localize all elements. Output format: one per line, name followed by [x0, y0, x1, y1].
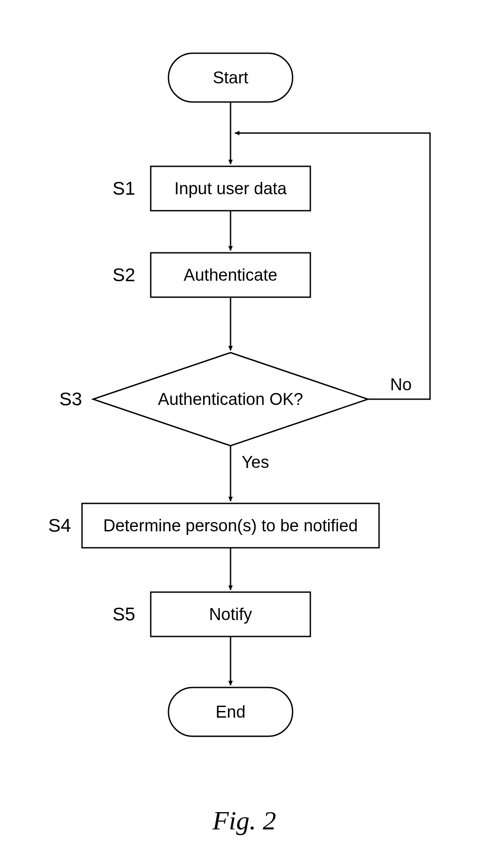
s4-label: Determine person(s) to be notified	[103, 516, 358, 535]
s3-no-label: No	[390, 375, 412, 394]
node-s1: Input user data	[151, 166, 310, 211]
s3-label: Authentication OK?	[158, 390, 303, 408]
node-s5: Notify	[151, 592, 310, 636]
s5-label: Notify	[209, 605, 252, 624]
s1-label: Input user data	[174, 179, 287, 198]
node-start: Start	[168, 53, 293, 102]
s2-label: Authenticate	[184, 266, 277, 284]
s3-step: S3	[59, 389, 82, 409]
s2-step: S2	[113, 264, 135, 285]
node-s2: Authenticate	[151, 253, 310, 297]
s5-step: S5	[113, 604, 135, 624]
flowchart: Start Input user data S1 Authenticate S2…	[0, 0, 489, 868]
start-label: Start	[213, 68, 249, 87]
end-label: End	[215, 703, 246, 721]
node-end: End	[168, 687, 293, 736]
node-s3: Authentication OK?	[93, 353, 368, 446]
figure-caption: Fig. 2	[212, 806, 276, 835]
s3-yes-label: Yes	[242, 453, 269, 471]
s1-step: S1	[113, 178, 135, 199]
s4-step: S4	[48, 515, 71, 536]
node-s4: Determine person(s) to be notified	[82, 503, 379, 548]
